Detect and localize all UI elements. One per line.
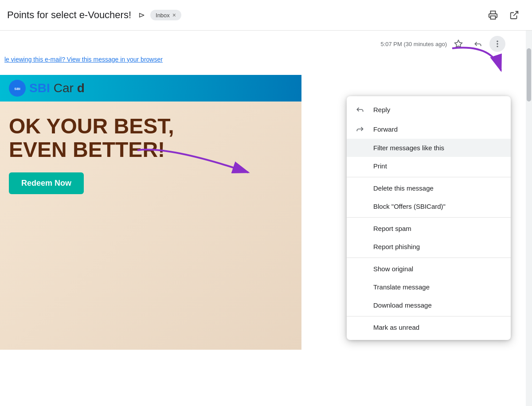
menu-divider-1 xyxy=(347,177,511,177)
menu-item-filter[interactable]: Filter messages like this xyxy=(347,139,511,157)
scrollbar-track xyxy=(526,31,532,406)
message-meta: 5:07 PM (30 minutes ago) xyxy=(0,31,532,55)
sbi-banner: SBI SBI Car d OK YOUR BEST, EVEN BETTER!… xyxy=(0,75,301,350)
email-body: 5:07 PM (30 minutes ago) le viewing this… xyxy=(0,31,532,406)
sbi-logo-icon: SBI xyxy=(9,80,26,97)
menu-translate-label: Translate message xyxy=(373,283,430,291)
reply-menu-icon xyxy=(356,105,366,114)
inbox-label: Inbox xyxy=(156,12,170,19)
open-external-button[interactable] xyxy=(505,6,523,24)
inbox-close-button[interactable]: × xyxy=(172,12,176,19)
more-options-button[interactable] xyxy=(489,36,505,52)
email-view-link-area: le viewing this e-mail? View this messag… xyxy=(0,55,532,63)
svg-text:SBI: SBI xyxy=(14,87,20,91)
forward-icon: ⊳ xyxy=(138,10,145,20)
menu-delete-label: Delete this message xyxy=(373,184,434,192)
menu-item-block[interactable]: Block "Offers (SBICard)" xyxy=(347,197,511,215)
svg-point-7 xyxy=(497,46,498,47)
menu-print-label: Print xyxy=(373,162,387,170)
menu-item-report-spam[interactable]: Report spam xyxy=(347,219,511,238)
menu-block-label: Block "Offers (SBICard)" xyxy=(373,203,446,210)
svg-point-6 xyxy=(497,43,498,44)
sbi-top-bar: SBI SBI Car d xyxy=(0,75,301,102)
email-title-area: Points for select e-Vouchers! ⊳ Inbox × xyxy=(7,9,181,21)
card-text-cont: d xyxy=(77,81,85,95)
menu-reply-label: Reply xyxy=(373,106,390,113)
menu-divider-3 xyxy=(347,258,511,258)
menu-item-delete[interactable]: Delete this message xyxy=(347,179,511,197)
menu-item-translate[interactable]: Translate message xyxy=(347,278,511,296)
context-menu: Reply Forward Filter messages like this … xyxy=(347,96,511,340)
svg-line-3 xyxy=(513,12,518,16)
menu-item-print[interactable]: Print xyxy=(347,157,511,175)
inbox-badge: Inbox × xyxy=(150,10,181,20)
banner-line2: EVEN BETTER! xyxy=(9,138,165,161)
menu-item-report-phishing[interactable]: Report phishing xyxy=(347,238,511,256)
menu-item-download[interactable]: Download message xyxy=(347,296,511,314)
menu-divider-2 xyxy=(347,217,511,218)
view-in-browser-link[interactable]: le viewing this e-mail? View this messag… xyxy=(4,56,163,63)
menu-filter-label: Filter messages like this xyxy=(373,144,444,152)
sbi-text: SBI xyxy=(29,81,50,95)
banner-main-text: OK YOUR BEST, EVEN BETTER! Redeem Now xyxy=(0,102,301,194)
menu-item-show-original[interactable]: Show original xyxy=(347,260,511,278)
header-actions xyxy=(484,6,523,24)
card-text: Car xyxy=(54,81,74,95)
menu-item-mark-unread[interactable]: Mark as unread xyxy=(347,318,511,336)
banner-line1: OK YOUR BEST, xyxy=(9,114,174,138)
timestamp: 5:07 PM (30 minutes ago) xyxy=(380,41,447,47)
svg-point-5 xyxy=(497,41,498,42)
menu-item-reply[interactable]: Reply xyxy=(347,100,511,119)
email-header: Points for select e-Vouchers! ⊳ Inbox × xyxy=(0,0,532,31)
star-button[interactable] xyxy=(450,36,466,52)
menu-mark-unread-label: Mark as unread xyxy=(373,324,419,331)
email-title: Points for select e-Vouchers! xyxy=(7,9,131,21)
svg-marker-4 xyxy=(455,40,462,47)
svg-rect-2 xyxy=(491,16,496,19)
print-button[interactable] xyxy=(484,6,502,24)
menu-forward-label: Forward xyxy=(373,125,398,133)
menu-report-spam-label: Report spam xyxy=(373,225,411,232)
menu-report-phishing-label: Report phishing xyxy=(373,243,420,250)
scrollbar-thumb[interactable] xyxy=(527,48,531,102)
menu-show-original-label: Show original xyxy=(373,265,413,273)
menu-download-label: Download message xyxy=(373,301,432,309)
reply-button[interactable] xyxy=(470,36,486,52)
sbi-logo: SBI SBI Car d xyxy=(9,80,85,97)
menu-divider-4 xyxy=(347,316,511,316)
forward-menu-icon xyxy=(356,125,366,133)
menu-item-forward[interactable]: Forward xyxy=(347,119,511,139)
redeem-now-button[interactable]: Redeem Now xyxy=(9,172,84,194)
banner-headline: OK YOUR BEST, EVEN BETTER! xyxy=(9,115,293,162)
